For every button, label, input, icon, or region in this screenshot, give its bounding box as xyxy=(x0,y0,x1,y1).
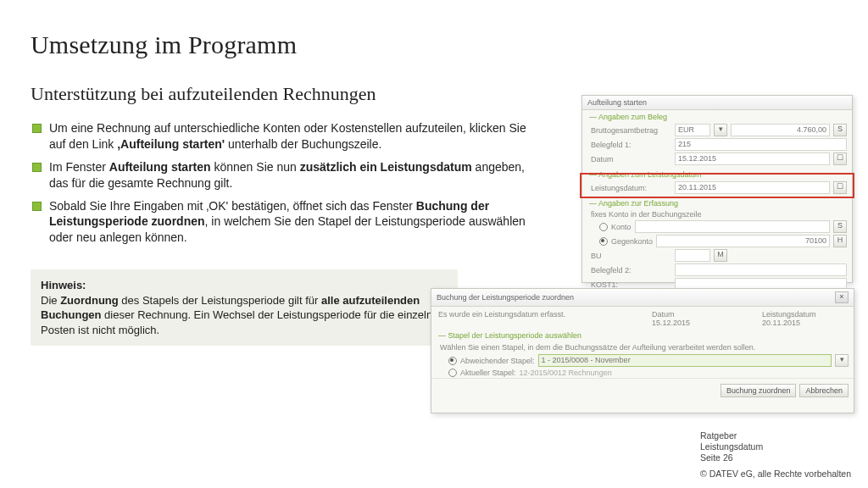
dialog-title: Aufteilung starten xyxy=(587,98,647,107)
belegfeld2-field[interactable] xyxy=(675,263,847,276)
section-head: — Angaben zum Beleg xyxy=(582,110,852,123)
currency-field[interactable]: EUR xyxy=(675,124,710,136)
section-head: — Angaben zum Leistungsdatum xyxy=(582,168,852,180)
radio-abweichender-stapel[interactable]: Abweichender Stapel: xyxy=(440,357,535,365)
chevron-down-icon[interactable]: ▾ xyxy=(714,124,727,136)
bullet-item: Sobald Sie Ihre Eingaben mit ‚OK' bestät… xyxy=(31,198,531,247)
bullet-item: Im Fenster Aufteilung starten können Sie… xyxy=(31,159,531,191)
datum-field[interactable]: 15.12.2015 xyxy=(675,152,830,165)
bullet-item: Um eine Rechnung auf unterschiedliche Ko… xyxy=(31,120,531,152)
calendar-icon[interactable]: ☐ xyxy=(833,152,847,165)
dialog-aufteilung-starten: Aufteilung starten — Angaben zum Beleg B… xyxy=(581,95,853,283)
dialog-title: Buchung der Leistungsperiode zuordnen xyxy=(437,293,574,302)
chevron-down-icon[interactable]: ▾ xyxy=(835,354,849,367)
amount-field[interactable]: 4.760,00 xyxy=(731,124,830,136)
radio-aktueller-stapel[interactable]: Aktueller Stapel: xyxy=(440,369,516,377)
abweichender-stapel-field[interactable]: 1 - 2015/0008 - November xyxy=(538,354,832,367)
dialog-leistungsperiode-zuordnen: Buchung der Leistungsperiode zuordnen × … xyxy=(431,288,854,413)
hint-box: Hinweis: Die Zuordnung des Stapels der L… xyxy=(31,269,458,346)
radio-gegenkonto[interactable]: Gegenkonto xyxy=(591,237,653,246)
leistungsdatum-field[interactable]: 20.11.2015 xyxy=(675,181,830,194)
section-head: — Stapel der Leistungsperiode auswählen xyxy=(431,329,854,341)
close-icon[interactable]: × xyxy=(835,291,849,303)
haben-icon[interactable]: H xyxy=(833,235,847,247)
bu-field[interactable] xyxy=(675,249,710,262)
page-title: Umsetzung im Programm xyxy=(31,30,837,59)
hint-label: Hinweis: xyxy=(41,278,448,293)
gegenkonto-field[interactable]: 70100 xyxy=(656,235,830,247)
lookup-icon[interactable]: M xyxy=(714,249,727,262)
soll-icon[interactable]: S xyxy=(833,124,847,136)
slide-footer: Ratgeber Leistungsdatum Seite 26 © DATEV… xyxy=(700,430,851,480)
section-head: — Angaben zur Erfassung xyxy=(582,197,852,209)
soll-icon[interactable]: S xyxy=(833,220,847,233)
belegfeld1-field[interactable]: 215 xyxy=(675,138,847,151)
ok-button[interactable]: Buchung zuordnen xyxy=(721,384,797,397)
cancel-button[interactable]: Abbrechen xyxy=(799,384,849,397)
bullet-list: Um eine Rechnung auf unterschiedliche Ko… xyxy=(31,120,531,246)
radio-konto[interactable]: Konto xyxy=(591,223,632,231)
calendar-icon[interactable]: ☐ xyxy=(833,181,847,194)
